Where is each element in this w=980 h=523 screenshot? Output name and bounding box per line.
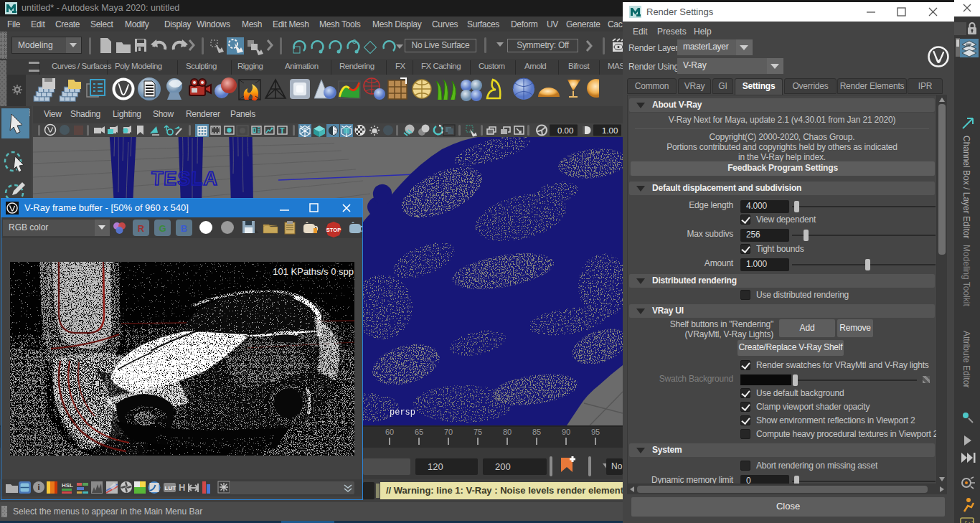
svg-text:0.00: 0.00 <box>557 126 573 135</box>
svg-text:60: 60 <box>385 428 394 436</box>
svg-text:101 KPaths/s 0 spp: 101 KPaths/s 0 spp <box>273 266 354 277</box>
svg-text:75: 75 <box>473 428 482 436</box>
svg-text:80: 80 <box>503 428 512 436</box>
svg-text:STOP: STOP <box>326 227 341 233</box>
svg-text:T: T <box>280 126 285 135</box>
svg-text:H: H <box>179 482 185 493</box>
svg-text:1.00: 1.00 <box>602 126 618 135</box>
svg-text:G: G <box>159 223 166 234</box>
svg-text:90: 90 <box>562 428 570 436</box>
svg-text:R: R <box>138 223 145 234</box>
svg-text:persp: persp <box>390 407 415 418</box>
svg-text:95: 95 <box>591 428 600 436</box>
svg-text:i: i <box>37 483 39 491</box>
svg-text:HSL: HSL <box>62 482 73 489</box>
svg-text:B: B <box>181 223 187 234</box>
svg-text:TESLA: TESLA <box>151 168 219 189</box>
svg-text:LUT: LUT <box>165 485 176 491</box>
svg-text:65: 65 <box>415 428 423 436</box>
svg-text:85: 85 <box>532 428 541 436</box>
svg-text:70: 70 <box>444 428 453 436</box>
